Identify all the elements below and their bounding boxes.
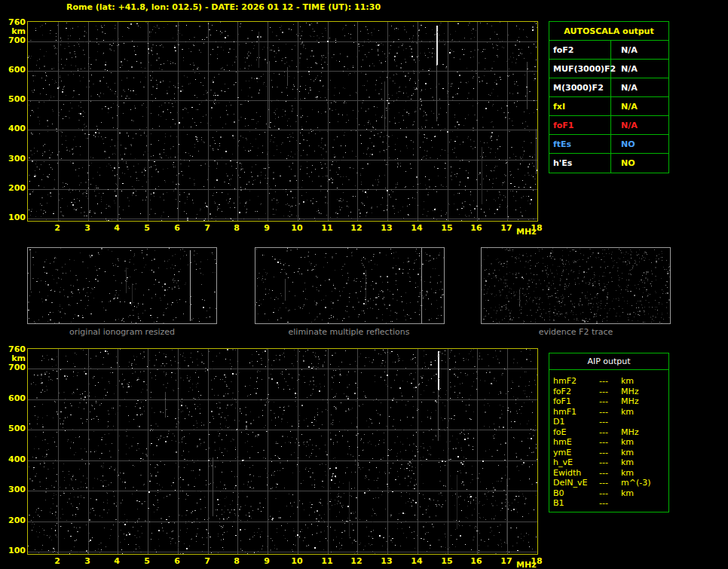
- aip-param-label: hmF1: [553, 407, 577, 417]
- autoscala-row-1: MUF(3000)F2N/A: [549, 60, 668, 78]
- autoscala-param-label: MUF(3000)F2: [549, 60, 611, 78]
- x-tick-11: 11: [321, 556, 332, 566]
- aip-param-value: ---: [599, 396, 608, 406]
- x-tick-4: 4: [114, 556, 120, 566]
- y-tick-600: 600: [8, 394, 26, 403]
- aip-param-value: ---: [599, 407, 608, 417]
- thumbnail-caption-evidence: evidence F2 trace: [539, 327, 613, 337]
- aip-param-value: ---: [599, 376, 608, 386]
- aip-param-label: foF1: [553, 396, 571, 406]
- x-tick-12: 12: [350, 223, 362, 233]
- aip-param-value: ---: [599, 457, 608, 467]
- autoscala-output-table: AUTOSCALA output foF2N/AMUF(3000)F2N/AM(…: [549, 21, 669, 173]
- aip-param-value: ---: [599, 488, 608, 498]
- autoscala-param-label: h'Es: [549, 154, 611, 173]
- thumbnail-evidence-f2-trace: [481, 247, 671, 324]
- ionogram-bottom-plot: [27, 348, 538, 555]
- x-tick-6: 6: [174, 223, 180, 233]
- autoscala-param-label: M(3000)F2: [549, 78, 611, 96]
- x-tick-13: 13: [381, 556, 392, 566]
- aip-param-label: h_vE: [553, 457, 573, 467]
- autoscala-row-0: foF2N/A: [549, 41, 668, 60]
- y-tick-700: 700: [8, 36, 26, 45]
- y-tick-500: 500: [8, 95, 26, 104]
- x-tick-15: 15: [441, 223, 452, 233]
- x-tick-9: 9: [264, 223, 270, 233]
- x-tick-5: 5: [144, 223, 150, 233]
- x-tick-7: 7: [204, 556, 210, 566]
- aip-row-11: B0---km: [549, 488, 668, 499]
- aip-param-value: ---: [599, 448, 608, 457]
- aip-row-9: Ewidth---km: [549, 468, 668, 479]
- autoscala-row-2: M(3000)F2N/A: [549, 78, 668, 97]
- x-tick-15: 15: [441, 556, 452, 566]
- y-tick-200: 200: [8, 184, 26, 193]
- autoscala-row-6: h'EsNO: [549, 154, 668, 173]
- y-tick-600: 600: [8, 66, 26, 75]
- aip-param-unit: km: [621, 448, 634, 457]
- aip-row-1: foF2---MHz: [549, 387, 668, 397]
- ionogram-top-y-axis: 760700600500400300200100km: [5, 21, 26, 220]
- y-tick-300: 300: [8, 154, 26, 164]
- ionogram-bottom-y-axis: 760700600500400300200100km: [5, 348, 26, 553]
- aip-param-label: foF2: [553, 387, 571, 396]
- aip-table-rows: hmF2---kmfoF2---MHzfoF1---MHzhmF1---kmD1…: [549, 370, 668, 509]
- aip-param-value: ---: [599, 427, 608, 437]
- autoscala-table-title: AUTOSCALA output: [549, 22, 668, 41]
- thumbnail-original-ionogram-canvas: [28, 248, 216, 323]
- x-tick-13: 13: [381, 223, 392, 233]
- x-tick-3: 3: [84, 223, 90, 233]
- aip-param-unit: MHz: [621, 427, 639, 437]
- autoscala-param-value: N/A: [611, 116, 668, 134]
- aip-param-value: ---: [599, 498, 608, 508]
- aip-row-4: D1---: [549, 417, 668, 427]
- x-tick-3: 3: [84, 556, 90, 566]
- x-tick-10: 10: [291, 223, 302, 233]
- x-tick-4: 4: [114, 223, 120, 233]
- autoscala-row-3: fxIN/A: [549, 97, 668, 116]
- thumbnail-caption-eliminate: eliminate multiple reflections: [289, 327, 410, 337]
- autoscala-row-5: ftEsNO: [549, 135, 668, 154]
- autoscala-param-value: N/A: [611, 97, 668, 115]
- thumbnail-caption-original: original ionogram resized: [69, 327, 175, 337]
- x-tick-17: 17: [500, 223, 512, 233]
- x-tick-14: 14: [411, 556, 422, 566]
- autoscala-param-label: foF1: [549, 116, 611, 134]
- autoscala-param-label: fxI: [549, 97, 611, 115]
- x-tick-17: 17: [500, 556, 512, 566]
- aip-param-unit: MHz: [621, 387, 639, 396]
- page-title: Rome (lat: +41.8, lon: 012.5) - DATE: 20…: [66, 2, 381, 12]
- aip-row-10: DelN_vE---m^(-3): [549, 478, 668, 488]
- aip-param-unit: km: [621, 468, 634, 478]
- y-tick-100: 100: [8, 213, 26, 222]
- aip-param-unit: km: [621, 407, 634, 417]
- y-tick-300: 300: [8, 485, 26, 494]
- aip-param-label: ymE: [553, 448, 571, 457]
- aip-output-table: AIP output hmF2---kmfoF2---MHzfoF1---MHz…: [549, 353, 669, 512]
- thumbnail-original-ionogram: [27, 247, 217, 324]
- aip-param-unit: km: [621, 437, 634, 447]
- autoscala-param-value: N/A: [611, 78, 668, 96]
- x-tick-14: 14: [411, 223, 422, 233]
- x-tick-10: 10: [291, 556, 302, 566]
- ionogram-top-canvas: [28, 22, 537, 221]
- y-tick-400: 400: [8, 124, 26, 133]
- ionogram-bottom-canvas: [28, 349, 537, 554]
- x-axis-unit-label: MHz: [516, 227, 537, 237]
- aip-param-value: ---: [599, 437, 608, 447]
- ionogram-top-x-axis: 23456789101112131415161718MHz: [27, 223, 537, 237]
- x-tick-8: 8: [234, 223, 240, 233]
- x-tick-2: 2: [54, 223, 60, 233]
- aip-row-8: h_vE---km: [549, 457, 668, 468]
- x-tick-5: 5: [144, 556, 150, 566]
- x-tick-7: 7: [204, 223, 210, 233]
- x-tick-6: 6: [174, 556, 180, 566]
- aip-row-2: foF1---MHz: [549, 396, 668, 407]
- y-tick-100: 100: [8, 546, 26, 555]
- aip-param-value: ---: [599, 387, 608, 396]
- x-tick-9: 9: [264, 556, 270, 566]
- x-tick-12: 12: [350, 556, 362, 566]
- aip-param-value: ---: [599, 417, 608, 427]
- y-axis-unit-label: km: [11, 27, 26, 36]
- autoscala-row-4: foF1N/A: [549, 116, 668, 135]
